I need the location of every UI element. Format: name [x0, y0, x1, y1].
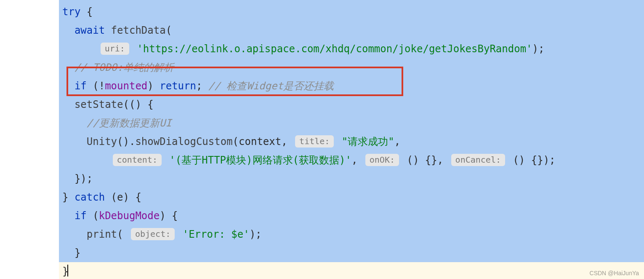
code-line[interactable]: uri: 'https://eolink.o.apispace.com/xhdq…	[59, 40, 644, 58]
function: showDialogCustom	[135, 136, 232, 148]
code-line[interactable]: try {	[59, 3, 644, 21]
identifier: mounted	[105, 80, 147, 92]
text: (!	[87, 80, 105, 92]
text: }	[62, 191, 75, 203]
code-line-current[interactable]: }	[59, 262, 644, 279]
text: (	[166, 24, 172, 36]
code-line[interactable]: if (kDebugMode) {	[59, 207, 644, 225]
text: );	[532, 43, 545, 55]
comment: // 检查Widget是否还挂载	[208, 80, 334, 92]
text: (() {	[123, 99, 154, 110]
text: });	[75, 173, 93, 185]
param-hint: title:	[295, 135, 334, 148]
param-hint: onOK:	[365, 154, 399, 166]
string: 'Error: $e'	[176, 228, 249, 240]
code-line[interactable]: } catch (e) {	[59, 188, 644, 207]
gutter-notch	[46, 3, 59, 19]
comment: // TODO:单纯的解析	[75, 62, 174, 73]
code-editor[interactable]: try { await fetchData( uri: 'https://eol…	[0, 0, 644, 279]
function: print	[87, 228, 117, 240]
param-hint: object:	[131, 228, 175, 240]
function: Unity	[87, 136, 117, 148]
text: () {});	[507, 154, 556, 166]
keyword: if	[75, 210, 87, 222]
keyword: if	[75, 80, 87, 92]
text: ().	[117, 136, 135, 148]
param-hint: onCancel:	[451, 154, 505, 166]
text: (e) {	[105, 191, 141, 203]
text: ,	[351, 154, 364, 166]
function: setState	[75, 99, 123, 110]
text: (context,	[233, 136, 294, 148]
comment: //更新数据更新UI	[87, 117, 172, 129]
text: {	[80, 6, 93, 18]
gutter	[0, 0, 59, 279]
watermark: CSDN @HaiJunYa	[590, 270, 639, 276]
param-hint: uri:	[101, 43, 129, 55]
code-line[interactable]: //更新数据更新UI	[59, 114, 644, 132]
code-line[interactable]: // TODO:单纯的解析	[59, 58, 644, 77]
code-line[interactable]: }	[59, 244, 644, 262]
text: );	[250, 228, 262, 240]
text: ;	[196, 80, 208, 92]
code-line[interactable]: setState(() {	[59, 95, 644, 114]
text: (	[87, 210, 99, 222]
code-area[interactable]: try { await fetchData( uri: 'https://eol…	[59, 0, 644, 279]
text: ,	[394, 136, 400, 148]
string: '(基于HTTP模块)网络请求(获取数据)'	[163, 154, 351, 166]
code-line[interactable]: print( object: 'Error: $e');	[59, 225, 644, 244]
caret-icon	[67, 265, 68, 276]
text: }	[75, 247, 80, 259]
code-line[interactable]: content: '(基于HTTP模块)网络请求(获取数据)', onOK: (…	[59, 151, 644, 169]
function: fetchData	[105, 24, 166, 36]
keyword: await	[75, 24, 105, 36]
text: () {},	[401, 154, 450, 166]
code-line[interactable]: await fetchData(	[59, 21, 644, 40]
keyword: try	[62, 6, 80, 18]
string: "请求成功"	[335, 136, 394, 148]
code-line[interactable]: if (!mounted) return; // 检查Widget是否还挂载	[59, 77, 644, 95]
keyword: return	[160, 80, 196, 92]
identifier: kDebugMode	[99, 210, 160, 222]
param-hint: content:	[113, 154, 162, 166]
code-line[interactable]: });	[59, 169, 644, 188]
string: 'https://eolink.o.apispace.com/xhdq/comm…	[131, 43, 532, 55]
text: ) {	[160, 210, 178, 222]
code-line[interactable]: Unity().showDialogCustom(context, title:…	[59, 132, 644, 151]
text: (	[117, 228, 129, 240]
text: )	[147, 80, 160, 92]
keyword: catch	[75, 191, 105, 203]
